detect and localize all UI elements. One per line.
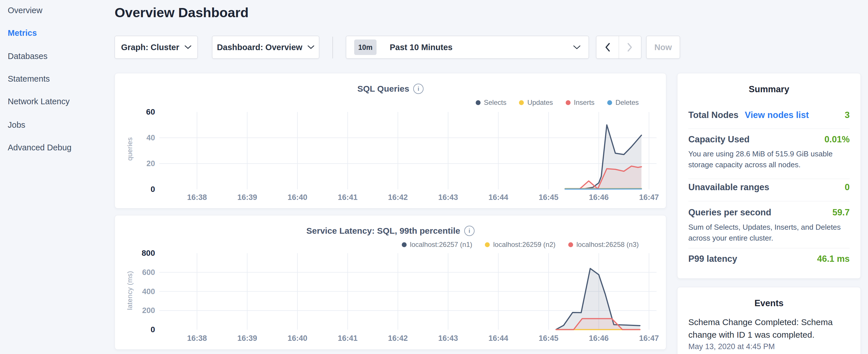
legend-item-n1[interactable]: localhost:26257 (n1) bbox=[402, 240, 472, 249]
summary-row-label: P99 latency bbox=[688, 254, 737, 264]
x-axis-tick: 16:40 bbox=[280, 193, 315, 202]
summary-divider bbox=[688, 201, 850, 201]
service-latency-chart-card: Service Latency: SQL, 99th percentile i … bbox=[115, 215, 666, 350]
legend-label: Deletes bbox=[616, 99, 639, 106]
x-axis-ticks: 16:3816:3916:4016:4116:4216:4316:4416:45… bbox=[159, 334, 656, 344]
time-pager bbox=[596, 36, 641, 59]
legend-item-deletes[interactable]: Deletes bbox=[607, 99, 639, 106]
x-axis-ticks: 16:3816:3916:4016:4116:4216:4316:4416:45… bbox=[159, 193, 656, 203]
summary-row-value: 46.1 ms bbox=[817, 254, 850, 264]
sql-queries-plot-area[interactable] bbox=[159, 112, 656, 189]
chevron-right-icon bbox=[627, 43, 632, 52]
x-axis-tick: 16:39 bbox=[230, 193, 265, 202]
summary-row-label: Capacity Used bbox=[688, 134, 750, 144]
summary-row-value: 0.01% bbox=[825, 134, 850, 144]
legend-label: Selects bbox=[484, 99, 507, 106]
x-axis-tick: 16:40 bbox=[280, 334, 315, 343]
x-axis-tick: 16:41 bbox=[331, 193, 365, 202]
time-range-badge: 10m bbox=[354, 39, 376, 55]
chevron-left-icon bbox=[605, 43, 610, 52]
legend-item-updates[interactable]: Updates bbox=[519, 99, 553, 106]
x-axis-tick: 16:43 bbox=[431, 334, 465, 343]
summary-row-label: Unavailable ranges bbox=[688, 182, 769, 192]
service-latency-plot-area[interactable] bbox=[159, 253, 656, 330]
legend-dot bbox=[568, 242, 573, 247]
legend-item-n3[interactable]: localhost:26258 (n3) bbox=[568, 240, 639, 249]
y-axis-tick: 20 bbox=[147, 159, 155, 168]
summary-row-queries-per-second: Queries per second 59.7 bbox=[688, 207, 850, 218]
chevron-down-icon bbox=[185, 45, 191, 49]
legend-dot bbox=[402, 242, 407, 247]
x-axis-tick: 16:38 bbox=[180, 193, 214, 202]
summary-panel: Summary Total Nodes View nodes list 3 Ca… bbox=[677, 73, 861, 279]
legend-item-inserts[interactable]: Inserts bbox=[566, 99, 595, 106]
summary-divider bbox=[688, 248, 850, 248]
view-nodes-list-link[interactable]: View nodes list bbox=[745, 110, 809, 120]
x-axis-tick: 16:42 bbox=[380, 193, 415, 202]
y-axis-ticks: 0204060 bbox=[126, 112, 155, 189]
x-axis-tick: 16:46 bbox=[582, 334, 616, 343]
info-icon[interactable]: i bbox=[413, 84, 424, 94]
info-icon[interactable]: i bbox=[464, 226, 474, 236]
x-axis-tick: 16:47 bbox=[632, 193, 666, 202]
events-panel: Events Schema Change Completed: Schema c… bbox=[677, 287, 861, 354]
sidebar-item-overview[interactable]: Overview bbox=[8, 6, 42, 15]
page-title: Overview Dashboard bbox=[115, 5, 249, 20]
x-axis-tick: 16:44 bbox=[481, 193, 516, 202]
y-axis-tick: 60 bbox=[146, 107, 155, 117]
graph-scope-dropdown[interactable]: Graph: Cluster bbox=[115, 36, 198, 59]
x-axis-tick: 16:38 bbox=[180, 334, 214, 343]
x-axis-tick: 16:46 bbox=[582, 193, 616, 202]
sidebar-item-jobs[interactable]: Jobs bbox=[8, 120, 25, 130]
summary-row-value: 0 bbox=[845, 182, 850, 192]
y-axis-tick: 0 bbox=[150, 325, 155, 334]
now-button[interactable]: Now bbox=[646, 36, 680, 59]
x-axis-tick: 16:41 bbox=[331, 334, 365, 343]
y-axis-tick: 0 bbox=[150, 185, 155, 194]
x-axis-tick: 16:45 bbox=[531, 334, 566, 343]
summary-row-label: Total Nodes bbox=[688, 110, 739, 120]
y-axis-tick: 600 bbox=[142, 268, 155, 277]
chart-legend: localhost:26257 (n1) localhost:26259 (n2… bbox=[402, 240, 639, 249]
legend-dot bbox=[485, 242, 490, 247]
event-message: Schema Change Completed: Schema change w… bbox=[688, 316, 850, 341]
next-time-button[interactable] bbox=[619, 36, 641, 58]
y-axis-tick: 200 bbox=[142, 306, 155, 315]
x-axis-tick: 16:44 bbox=[481, 334, 516, 343]
legend-label: Inserts bbox=[574, 99, 595, 106]
y-axis-tick: 40 bbox=[147, 133, 155, 142]
legend-dot bbox=[607, 100, 612, 105]
summary-title: Summary bbox=[677, 84, 861, 95]
sidebar-item-network-latency[interactable]: Network Latency bbox=[8, 97, 70, 106]
event-timestamp: May 13, 2020 at 4:45 PM bbox=[688, 342, 850, 351]
legend-label: localhost:26258 (n3) bbox=[577, 240, 639, 249]
chart-title: Service Latency: SQL, 99th percentile bbox=[306, 226, 460, 236]
x-axis-tick: 16:39 bbox=[230, 334, 265, 343]
dashboard-dropdown[interactable]: Dashboard: Overview bbox=[212, 36, 319, 59]
summary-row-value: 59.7 bbox=[833, 207, 850, 218]
summary-row-description: Sum of Selects, Updates, Inserts, and De… bbox=[688, 222, 850, 244]
legend-dot bbox=[476, 100, 480, 105]
sidebar-item-databases[interactable]: Databases bbox=[8, 52, 48, 61]
sidebar-item-advanced-debug[interactable]: Advanced Debug bbox=[8, 143, 72, 152]
chart-legend: Selects Updates Inserts Deletes bbox=[476, 99, 639, 106]
y-axis-tick: 800 bbox=[142, 249, 155, 258]
legend-label: localhost:26257 (n1) bbox=[410, 240, 472, 249]
summary-divider bbox=[688, 129, 850, 129]
x-axis-tick: 16:42 bbox=[380, 334, 415, 343]
y-axis-tick: 400 bbox=[142, 287, 155, 296]
legend-item-n2[interactable]: localhost:26259 (n2) bbox=[485, 240, 555, 249]
legend-label: localhost:26259 (n2) bbox=[493, 240, 555, 249]
graph-scope-label: Graph: Cluster bbox=[121, 43, 179, 52]
sidebar-item-statements[interactable]: Statements bbox=[8, 74, 50, 84]
previous-time-button[interactable] bbox=[596, 36, 619, 58]
summary-row-p99-latency: P99 latency 46.1 ms bbox=[688, 254, 850, 264]
x-axis-tick: 16:45 bbox=[531, 193, 566, 202]
sidebar-item-metrics[interactable]: Metrics bbox=[8, 28, 37, 38]
legend-item-selects[interactable]: Selects bbox=[476, 99, 507, 106]
time-range-selector[interactable]: 10m Past 10 Minutes bbox=[346, 36, 589, 59]
controls-divider bbox=[333, 37, 333, 58]
legend-dot bbox=[519, 100, 524, 105]
legend-label: Updates bbox=[527, 99, 553, 106]
dashboard-label: Dashboard: Overview bbox=[217, 43, 302, 52]
